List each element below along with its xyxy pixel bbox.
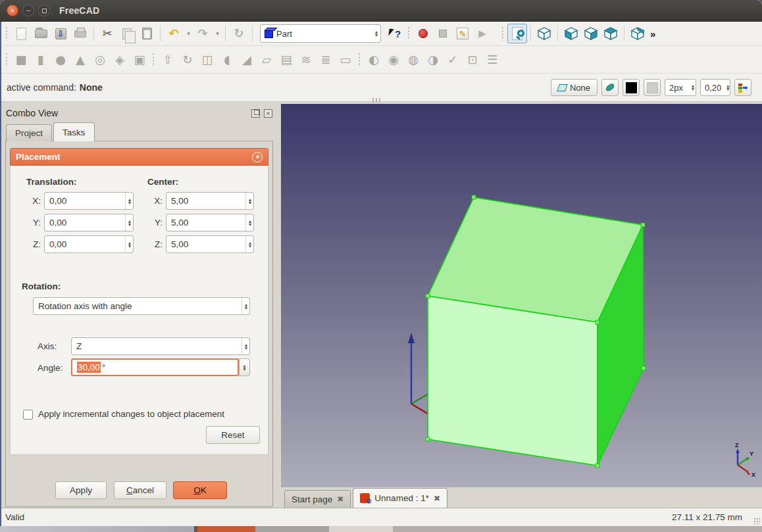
window-close-button[interactable]: × xyxy=(7,5,18,16)
view-isometric-button[interactable] xyxy=(628,24,648,43)
redo-dropdown-button[interactable]: ▾ xyxy=(213,24,222,43)
tab-start-page[interactable]: Start page ✖ xyxy=(284,490,351,508)
cut-button[interactable]: ✂ xyxy=(97,24,117,43)
spin-buttons[interactable]: ▴▾ xyxy=(241,338,249,354)
workbench-spin-buttons[interactable]: ▴▾ xyxy=(370,30,378,37)
view-top-button[interactable] xyxy=(601,24,621,43)
check-geometry-button[interactable]: ✓ xyxy=(443,50,463,70)
boolean-cut-button[interactable]: ◐ xyxy=(364,50,384,70)
point-size-spinbox[interactable]: 0,20 ▴▾ xyxy=(700,79,730,96)
translation-x-field[interactable]: 0,00 ▴▾ xyxy=(44,192,134,210)
center-x-field[interactable]: 5,00 ▴▾ xyxy=(166,192,254,210)
macro-stop-button[interactable] xyxy=(433,24,453,43)
center-z-field[interactable]: 5,00 ▴▾ xyxy=(166,235,254,253)
boolean-union-button[interactable]: ◉ xyxy=(384,50,403,70)
spin-buttons[interactable]: ▴▾ xyxy=(125,236,133,253)
new-document-button[interactable] xyxy=(11,24,31,43)
collapse-icon[interactable]: » xyxy=(252,152,263,162)
ruled-surface-button[interactable]: ▤ xyxy=(276,50,296,70)
spin-buttons[interactable]: ▴▾ xyxy=(125,214,133,231)
toolbar-drag-handle[interactable] xyxy=(358,53,361,67)
view-right-button[interactable] xyxy=(581,24,601,43)
shape-builder-button[interactable]: ▣ xyxy=(130,50,149,70)
thickness-button[interactable]: ▭ xyxy=(336,50,355,70)
macro-record-button[interactable] xyxy=(413,24,433,43)
macro-edit-button[interactable]: ✎ xyxy=(453,24,472,43)
angle-spin-buttons[interactable]: ▴▾ xyxy=(239,358,250,376)
translation-y-field[interactable]: 0,00 ▴▾ xyxy=(44,214,134,231)
window-maximize-button[interactable] xyxy=(38,5,50,16)
toolbar-overflow-button[interactable]: » xyxy=(650,28,655,39)
save-button[interactable]: ⇩ xyxy=(51,24,70,43)
whats-this-button[interactable]: ? xyxy=(385,24,405,43)
toolbar-drag-handle[interactable] xyxy=(407,26,411,41)
toolbar-drag-handle[interactable] xyxy=(152,53,155,67)
axis-dropdown[interactable]: Z ▴▾ xyxy=(71,337,250,355)
make-face-button[interactable]: ▱ xyxy=(257,50,276,70)
spin-buttons[interactable]: ▴▾ xyxy=(241,298,249,314)
paste-button[interactable] xyxy=(137,24,157,43)
cube-front-face[interactable] xyxy=(428,296,597,466)
spin-buttons[interactable]: ▴▾ xyxy=(245,193,253,209)
spin-buttons[interactable]: ▴▾ xyxy=(245,236,253,253)
panel-close-button[interactable]: ✕ xyxy=(264,109,272,118)
face-appearance-button[interactable]: None xyxy=(551,79,597,96)
tab-close-icon[interactable]: ✖ xyxy=(434,494,440,503)
refresh-button[interactable]: ↻ xyxy=(229,24,249,43)
spin-buttons[interactable]: ▴▾ xyxy=(245,214,253,231)
center-y-field[interactable]: 5,00 ▴▾ xyxy=(166,214,254,231)
incremental-checkbox[interactable] xyxy=(23,410,33,420)
rotation-mode-dropdown[interactable]: Rotation axis with angle ▴▾ xyxy=(33,297,250,315)
spin-buttons[interactable]: ▴▾ xyxy=(721,84,729,91)
3d-viewport[interactable]: Z Y X xyxy=(281,104,762,487)
placement-header[interactable]: Placement » xyxy=(10,148,268,166)
window-minimize-button[interactable]: − xyxy=(22,5,34,16)
revolve-button[interactable]: ↻ xyxy=(178,50,197,70)
view-fit-all-button[interactable] xyxy=(507,24,527,43)
sphere-button[interactable]: ● xyxy=(51,50,70,70)
chamfer-button[interactable]: ◢ xyxy=(237,50,257,70)
spin-buttons[interactable]: ▴▾ xyxy=(686,84,694,91)
angle-field[interactable]: 30,00 ° xyxy=(71,358,239,376)
tab-project[interactable]: Project xyxy=(6,124,52,141)
reset-button[interactable]: Reset xyxy=(206,426,260,444)
cone-button[interactable]: ▲ xyxy=(70,50,90,70)
resize-grip[interactable] xyxy=(753,518,760,524)
toolbar-drag-handle[interactable] xyxy=(5,26,9,41)
loft-button[interactable]: ≣ xyxy=(316,50,336,70)
line-color-button[interactable] xyxy=(622,79,640,96)
ok-button[interactable]: OK xyxy=(173,481,227,499)
open-document-button[interactable] xyxy=(31,24,51,43)
torus-button[interactable]: ◎ xyxy=(90,50,110,70)
cancel-button[interactable]: Cancel xyxy=(114,481,166,499)
tab-document-unnamed[interactable]: Unnamed : 1* ✖ xyxy=(353,488,447,508)
spin-buttons[interactable]: ▴▾ xyxy=(125,193,133,209)
macro-play-button[interactable]: ▶ xyxy=(472,24,492,43)
fillet-button[interactable]: ◖ xyxy=(217,50,237,70)
undo-button[interactable]: ↶ xyxy=(164,24,184,43)
draw-style-button[interactable] xyxy=(601,79,619,96)
box-selection-button[interactable]: ⊡ xyxy=(463,50,482,70)
cylinder-button[interactable]: ▮ xyxy=(31,50,51,70)
print-button[interactable] xyxy=(70,24,90,43)
cross-sections-button[interactable]: ☰ xyxy=(482,50,502,70)
face-color-button[interactable] xyxy=(644,79,661,96)
extrude-button[interactable]: ⇧ xyxy=(158,50,178,70)
create-primitives-button[interactable]: ◈ xyxy=(110,50,130,70)
workbench-selector[interactable]: Part ▴▾ xyxy=(260,24,381,43)
cube-object[interactable] xyxy=(428,197,644,466)
splitter-handle[interactable] xyxy=(372,98,380,103)
undo-dropdown-button[interactable]: ▾ xyxy=(184,24,193,43)
translation-z-field[interactable]: 0,00 ▴▾ xyxy=(44,235,134,253)
box-button[interactable]: ■ xyxy=(11,50,31,70)
tab-close-icon[interactable]: ✖ xyxy=(337,495,343,504)
boolean-common-button[interactable]: ◑ xyxy=(423,50,443,70)
toolbar-drag-handle[interactable] xyxy=(5,53,9,67)
view-front-button[interactable] xyxy=(561,24,581,43)
color-per-face-button[interactable] xyxy=(734,79,751,96)
toolbar-drag-handle[interactable] xyxy=(501,26,505,41)
boolean-fuse-button[interactable]: ◍ xyxy=(403,50,423,70)
redo-button[interactable]: ↷ xyxy=(193,24,213,43)
mirror-button[interactable]: ◫ xyxy=(197,50,217,70)
tab-tasks[interactable]: Tasks xyxy=(53,122,95,141)
